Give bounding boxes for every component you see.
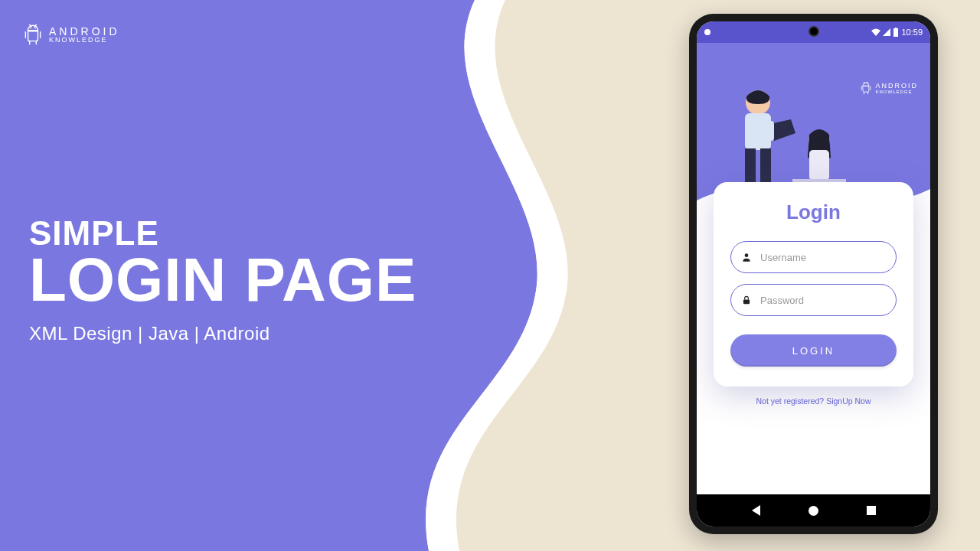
lock-icon — [741, 295, 752, 305]
phone-screen: 10:59 ANDROID KNOWLEDGE — [697, 21, 930, 527]
svg-point-0 — [30, 28, 31, 29]
svg-rect-13 — [743, 299, 750, 304]
status-time: 10:59 — [901, 28, 923, 37]
header-brand-line1: ANDROID — [875, 83, 918, 90]
svg-rect-2 — [893, 28, 898, 37]
header-brand-logo: ANDROID KNOWLEDGE — [860, 81, 918, 95]
signal-icon — [883, 28, 890, 36]
status-dot-icon — [704, 29, 710, 35]
signup-link[interactable]: Not yet registered? SignUp Now — [697, 396, 930, 406]
password-input[interactable] — [730, 284, 897, 316]
phone-mockup: 10:59 ANDROID KNOWLEDGE — [689, 14, 938, 534]
brand-logo: ANDROID KNOWLEDGE — [23, 23, 120, 46]
camera-cutout — [808, 26, 819, 37]
android-icon — [23, 23, 43, 46]
brand-line2: KNOWLEDGE — [49, 37, 120, 44]
android-nav-bar — [697, 494, 930, 527]
wifi-icon — [871, 28, 880, 36]
username-input-wrap — [730, 241, 897, 273]
svg-point-1 — [34, 28, 36, 29]
android-icon — [860, 81, 872, 95]
login-button[interactable]: LOGIN — [730, 334, 897, 367]
nav-recent-button[interactable] — [867, 506, 876, 515]
hero-subtitle: XML Design | Java | Android — [29, 323, 416, 344]
hero-line2: LOGIN PAGE — [29, 245, 416, 315]
nav-home-button[interactable] — [808, 506, 818, 516]
username-input[interactable] — [730, 241, 897, 273]
login-title: Login — [730, 201, 897, 224]
brand-line1: ANDROID — [49, 26, 120, 37]
svg-point-12 — [745, 253, 749, 257]
hero-text: SIMPLE LOGIN PAGE XML Design | Java | An… — [29, 214, 416, 344]
battery-icon — [893, 28, 899, 37]
user-icon — [741, 252, 752, 262]
login-card: Login LOGIN — [714, 182, 913, 386]
header-brand-line2: KNOWLEDGE — [875, 90, 918, 94]
svg-rect-8 — [766, 121, 774, 141]
nav-back-button[interactable] — [752, 505, 760, 516]
password-input-wrap — [730, 284, 897, 316]
svg-rect-3 — [895, 28, 897, 28]
